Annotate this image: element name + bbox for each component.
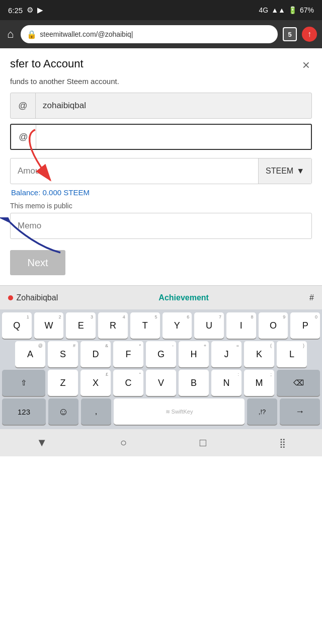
key-g[interactable]: -G bbox=[146, 341, 176, 367]
lock-icon: 🔒 bbox=[27, 30, 37, 39]
keyboard-row-4: 123 ☺ , ≋ SwiftKey ,!? → bbox=[2, 398, 320, 425]
key-enter[interactable]: → bbox=[280, 398, 320, 425]
dot-icon bbox=[8, 295, 13, 300]
battery-icon: 🔋 bbox=[288, 6, 297, 14]
key-q[interactable]: 1Q bbox=[2, 312, 32, 339]
to-at-symbol: @ bbox=[11, 125, 36, 149]
amount-row: STEEM ▼ bbox=[10, 158, 312, 184]
key-k[interactable]: (K bbox=[244, 341, 274, 367]
dialog-header: sfer to Account × bbox=[0, 48, 322, 77]
balance-text[interactable]: Balance: 0.000 STEEM bbox=[10, 188, 312, 197]
status-bar: 6:25 ⚙ ▶ 4G ▲▲ 🔋 67% bbox=[0, 0, 322, 20]
key-123[interactable]: 123 bbox=[2, 398, 46, 425]
time: 6:25 bbox=[8, 6, 23, 15]
from-at-symbol: @ bbox=[11, 93, 36, 118]
keyboard: 1Q 2W 3E 4R 5T 6Y 7U 8I 9O 0P @A #S &D *… bbox=[0, 309, 322, 429]
nav-bar: ▼ ○ □ ⣿ bbox=[0, 429, 322, 456]
form-section: @ zohaibiqbal @ STEEM ▼ Balance bbox=[0, 93, 322, 280]
key-a[interactable]: @A bbox=[15, 341, 45, 367]
recent-apps-icon[interactable]: □ bbox=[200, 436, 206, 449]
play-icon: ▶ bbox=[37, 6, 43, 15]
key-y[interactable]: 6Y bbox=[163, 312, 192, 339]
key-t[interactable]: 5T bbox=[130, 312, 160, 339]
key-o[interactable]: 9O bbox=[259, 312, 288, 339]
suggestion-3[interactable]: # bbox=[309, 293, 314, 302]
key-misc[interactable]: ,!? bbox=[247, 398, 277, 425]
suggestion-1-text: Zohaibiqbal bbox=[16, 293, 58, 302]
currency-selector[interactable]: STEEM ▼ bbox=[258, 158, 311, 184]
dropdown-icon: ▼ bbox=[296, 167, 304, 176]
amount-input[interactable] bbox=[11, 166, 258, 176]
keyboard-row-2: @A #S &D *F -G +H =J (K )L bbox=[2, 341, 320, 367]
key-shift[interactable]: ⇧ bbox=[2, 370, 45, 396]
status-right: 4G ▲▲ 🔋 67% bbox=[259, 6, 314, 14]
close-button[interactable]: × bbox=[300, 57, 312, 73]
keyboard-row-1: 1Q 2W 3E 4R 5T 6Y 7U 8I 9O 0P bbox=[2, 312, 320, 339]
key-emoji[interactable]: ☺ bbox=[48, 398, 78, 425]
next-button[interactable]: Next bbox=[10, 250, 65, 275]
network-label: 4G bbox=[259, 6, 269, 14]
url-box[interactable]: 🔒 steemitwallet.com/@zohaibiq| bbox=[21, 25, 278, 43]
to-account-row[interactable]: @ bbox=[10, 124, 312, 150]
keyboard-row-3: ⇧ Z £X "C V B :N ;M ⌫ bbox=[2, 370, 320, 396]
key-i[interactable]: 8I bbox=[226, 312, 256, 339]
key-r[interactable]: 4R bbox=[98, 312, 128, 339]
status-left: 6:25 ⚙ ▶ bbox=[8, 6, 43, 15]
key-j[interactable]: =J bbox=[211, 341, 242, 367]
key-space[interactable]: ≋ SwiftKey bbox=[114, 398, 245, 425]
tab-count[interactable]: 5 bbox=[283, 27, 297, 41]
keyboard-suggestion-bar: Zohaibiqbal Achievement # bbox=[0, 285, 322, 309]
dialog-title: sfer to Account bbox=[10, 57, 84, 70]
back-icon[interactable]: ▼ bbox=[36, 436, 47, 449]
url-text: steemitwallet.com/@zohaibiq| bbox=[40, 30, 133, 38]
suggestion-2[interactable]: Achievement bbox=[158, 293, 209, 302]
browser-bar: ⌂ 🔒 steemitwallet.com/@zohaibiq| 5 ↑ bbox=[0, 20, 322, 48]
home-nav-icon[interactable]: ○ bbox=[120, 436, 127, 449]
battery-percent: 67% bbox=[300, 6, 314, 14]
currency-label: STEEM bbox=[266, 167, 293, 176]
swiftkey-logo: ≋ SwiftKey bbox=[166, 409, 193, 415]
key-p[interactable]: 0P bbox=[290, 312, 320, 339]
key-n[interactable]: :N bbox=[211, 370, 242, 396]
key-f[interactable]: *F bbox=[113, 341, 143, 367]
key-u[interactable]: 7U bbox=[194, 312, 224, 339]
keyboard-icon[interactable]: ⣿ bbox=[279, 437, 286, 448]
signal-icon: ▲▲ bbox=[271, 6, 285, 14]
page-content: sfer to Account × funds to another Steem… bbox=[0, 48, 322, 280]
settings-icon: ⚙ bbox=[27, 6, 33, 15]
home-icon[interactable]: ⌂ bbox=[5, 26, 16, 43]
to-account-input[interactable] bbox=[36, 132, 311, 142]
key-m[interactable]: ;M bbox=[244, 370, 274, 396]
key-l[interactable]: )L bbox=[277, 341, 307, 367]
from-account-row: @ zohaibiqbal bbox=[10, 93, 312, 119]
memo-input[interactable] bbox=[10, 213, 312, 239]
key-w[interactable]: 2W bbox=[34, 312, 64, 339]
suggestion-1[interactable]: Zohaibiqbal bbox=[8, 293, 58, 302]
key-z[interactable]: Z bbox=[48, 370, 78, 396]
key-backspace[interactable]: ⌫ bbox=[277, 370, 320, 396]
key-comma-left[interactable]: , bbox=[81, 398, 111, 425]
key-d[interactable]: &D bbox=[80, 341, 111, 367]
dialog-subtitle: funds to another Steem account. bbox=[0, 77, 322, 93]
key-x[interactable]: £X bbox=[80, 370, 111, 396]
memo-label: This memo is public bbox=[10, 202, 312, 210]
key-c[interactable]: "C bbox=[113, 370, 143, 396]
key-b[interactable]: B bbox=[179, 370, 209, 396]
key-v[interactable]: V bbox=[146, 370, 176, 396]
from-account-value: zohaibiqbal bbox=[36, 101, 311, 111]
key-e[interactable]: 3E bbox=[66, 312, 96, 339]
avatar[interactable]: ↑ bbox=[302, 27, 317, 42]
key-s[interactable]: #S bbox=[48, 341, 78, 367]
key-h[interactable]: +H bbox=[179, 341, 209, 367]
